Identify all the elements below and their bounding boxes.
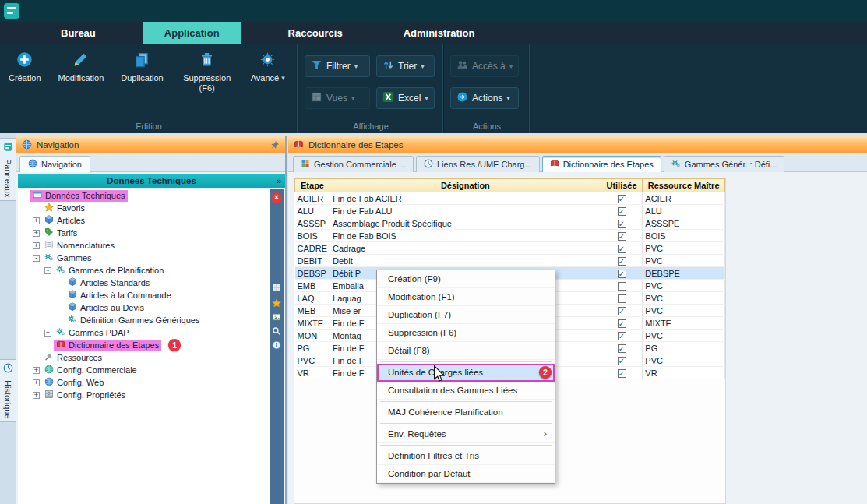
context-menu-item-unites-de-charges-liees[interactable]: Unités de Charges liées2 xyxy=(377,364,555,382)
context-menu-item-maj-coherence-planification[interactable]: MAJ Cohérence Planification xyxy=(377,404,555,421)
ribbon: CréationModificationDuplicationSuppressi… xyxy=(0,44,867,133)
tree-item-label: Articles au Devis xyxy=(80,303,144,312)
menu-tab-bureau[interactable]: Bureau xyxy=(47,22,110,44)
context-menu-item-env-requetes[interactable]: Env. Requêtes› xyxy=(377,425,555,443)
expand-icon[interactable]: + xyxy=(33,367,40,374)
ribbon-button-suppression-f6[interactable]: Suppression (F6) xyxy=(177,49,238,95)
context-menu-item-duplication-f7[interactable]: Duplication (F7) xyxy=(377,306,555,324)
checkbox-checked[interactable]: ✓ xyxy=(618,220,626,228)
checkbox-unchecked[interactable] xyxy=(618,294,626,303)
tree-item-dictionnaire-des-etapes[interactable]: Dictionnaire des Etapes1 xyxy=(18,339,271,351)
tree-item-tarifs[interactable]: +Tarifs xyxy=(18,227,271,239)
tree-item-ressources[interactable]: Ressources xyxy=(18,351,271,364)
expand-icon[interactable]: + xyxy=(33,392,40,399)
tab-navigation[interactable]: Navigation xyxy=(19,156,90,172)
tree-item-gammes-pdap[interactable]: +Gammes PDAP xyxy=(18,326,271,339)
pin-icon[interactable] xyxy=(270,140,280,150)
tree-item-nomenclatures[interactable]: +Nomenclatures xyxy=(18,239,271,252)
column-header-designation[interactable]: Désignation xyxy=(330,179,601,192)
menu-tab-raccourcis[interactable]: Raccourcis xyxy=(274,22,357,44)
ribbon-button-duplication[interactable]: Duplication xyxy=(117,49,167,86)
ribbon-button-acces-a[interactable]: Accès à▾ xyxy=(450,55,519,77)
checkbox-checked[interactable]: ✓ xyxy=(618,307,626,315)
ribbon-button-creation[interactable]: Création xyxy=(5,49,45,86)
tree-item-donnees-techniques[interactable]: Données Techniques xyxy=(18,189,271,202)
context-menu-item-condition-par-defaut[interactable]: Condition par Défaut xyxy=(377,465,555,483)
table-row[interactable]: CADRECadrage✓PVC xyxy=(295,242,725,255)
checkbox-unchecked[interactable] xyxy=(618,282,626,291)
window-titlebar xyxy=(0,0,867,22)
checkbox-checked[interactable]: ✓ xyxy=(618,245,626,253)
context-menu-item-definition-filtres-et-tris[interactable]: Définition Filtres et Tris xyxy=(377,447,555,465)
checkbox-checked[interactable]: ✓ xyxy=(618,195,626,203)
menu-tab-administration[interactable]: Administration xyxy=(389,22,489,44)
tree-item-gammes-de-planification[interactable]: -Gammes de Planification xyxy=(18,264,271,277)
table-row[interactable]: DEBITDebit✓PVC xyxy=(295,255,725,267)
table-row[interactable]: ACIERFin de Fab ACIER✓ACIER xyxy=(295,192,725,205)
column-header-utilisee[interactable]: Utilisée xyxy=(601,179,643,192)
tab-gammes-gener-defi[interactable]: Gammes Génér. : Défi... xyxy=(664,156,785,172)
column-header-etape[interactable]: Etape xyxy=(295,179,330,192)
views-icon xyxy=(311,91,322,105)
expand-icon[interactable]: + xyxy=(33,379,40,386)
ribbon-button-vues[interactable]: Vues▾ xyxy=(305,87,370,109)
tree-item-articles[interactable]: +Articles xyxy=(18,214,271,227)
cube-icon xyxy=(68,277,77,288)
close-icon[interactable]: × xyxy=(271,192,282,203)
checkbox-checked[interactable]: ✓ xyxy=(618,344,626,353)
menu-tab-application[interactable]: Application xyxy=(143,22,241,44)
tree-item-articles-a-la-commande[interactable]: Articles à la Commande xyxy=(18,289,271,301)
ribbon-button-excel[interactable]: Excel▾ xyxy=(376,87,435,109)
ribbon-button-avance[interactable]: Avancé▾ xyxy=(247,49,289,86)
side-tab-panneaux[interactable]: Panneaux xyxy=(0,138,16,201)
checkbox-checked[interactable]: ✓ xyxy=(618,232,626,241)
search-icon[interactable] xyxy=(271,326,282,337)
checkbox-checked[interactable]: ✓ xyxy=(618,319,626,328)
globe-icon xyxy=(44,377,54,388)
context-menu-item-modification-f1[interactable]: Modification (F1) xyxy=(377,288,555,306)
tree-item-gammes[interactable]: -Gammes xyxy=(18,252,271,264)
checkbox-checked[interactable]: ✓ xyxy=(618,332,626,340)
ribbon-button-trier[interactable]: Trier▾ xyxy=(376,55,435,77)
tree-item-favoris[interactable]: Favoris xyxy=(18,202,271,214)
collapse-chevrons-icon[interactable]: » xyxy=(277,176,281,185)
table-row[interactable]: ASSSPAssemblage Produit Spécifique✓ASSSP… xyxy=(295,217,725,230)
column-header-ressource-maitre[interactable]: Ressource Maître xyxy=(643,179,725,192)
table-row[interactable]: ALUFin de Fab ALU✓ALU xyxy=(295,205,725,217)
ribbon-button-actions[interactable]: Actions▾ xyxy=(450,87,519,109)
context-menu-item-suppression-f6[interactable]: Suppression (F6) xyxy=(377,324,555,342)
expand-icon[interactable]: + xyxy=(33,242,40,249)
collapse-icon[interactable]: - xyxy=(33,255,40,262)
ribbon-button-modification[interactable]: Modification xyxy=(55,49,108,86)
tree-item-config-commerciale[interactable]: +Config. Commerciale xyxy=(18,364,271,376)
tree-item-definition-gammes-generiques[interactable]: Définition Gammes Génériques xyxy=(18,314,271,326)
ribbon-group-label: Edition xyxy=(0,122,298,131)
tab-liens-res-ume-charg[interactable]: Liens Res./UME Charg... xyxy=(416,156,540,172)
collapse-icon[interactable]: - xyxy=(44,267,51,274)
tree-item-articles-au-devis[interactable]: Articles au Devis xyxy=(18,301,271,314)
checkbox-checked[interactable]: ✓ xyxy=(618,357,626,365)
info-icon[interactable] xyxy=(271,340,282,351)
star-icon[interactable] xyxy=(271,298,282,309)
context-menu-item-creation-f9[interactable]: Création (F9) xyxy=(377,270,555,288)
expand-icon[interactable]: + xyxy=(33,217,40,224)
context-menu-item-detail-f8[interactable]: Détail (F8) xyxy=(377,342,555,360)
table-row[interactable]: BOISFin de Fab BOIS✓BOIS xyxy=(295,230,725,242)
checkbox-checked[interactable]: ✓ xyxy=(618,270,626,278)
side-tab-historique[interactable]: Historique xyxy=(0,359,16,422)
checkbox-checked[interactable]: ✓ xyxy=(618,207,626,216)
picture-icon[interactable] xyxy=(271,312,282,323)
tree-item-label: Config. Commerciale xyxy=(57,365,137,375)
ribbon-button-filtrer[interactable]: Filtrer▾ xyxy=(305,55,370,77)
expand-icon[interactable]: + xyxy=(44,330,51,337)
tree-item-config-web[interactable]: +Config. Web xyxy=(18,376,271,389)
grid-small-icon[interactable] xyxy=(271,283,282,294)
checkbox-checked[interactable]: ✓ xyxy=(618,257,626,266)
tab-gestion-commerciale[interactable]: Gestion Commerciale ... xyxy=(293,156,414,172)
tab-dictionnaire-des-etapes[interactable]: Dictionnaire des Etapes xyxy=(542,156,661,172)
checkbox-checked[interactable]: ✓ xyxy=(618,369,626,378)
tree-item-articles-standards[interactable]: Articles Standards xyxy=(18,277,271,289)
expand-icon[interactable]: + xyxy=(33,230,40,237)
context-menu-item-consultation-des-gammes-liees[interactable]: Consultation des Gammes Liées xyxy=(377,382,555,400)
tree-item-config-proprietes[interactable]: +Config. Propriétés xyxy=(18,389,271,401)
